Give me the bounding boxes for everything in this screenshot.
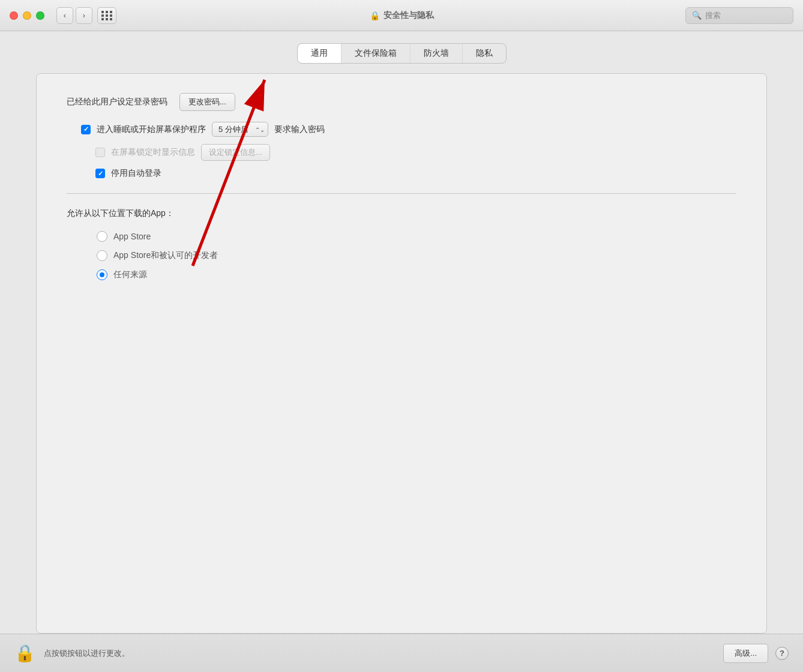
set-lock-info-button[interactable]: 设定锁定信息...: [201, 144, 270, 161]
autologin-option-row: 停用自动登录: [95, 168, 736, 179]
sleep-dropdown-wrapper: 立即 5 秒后 1 分钟后 5 分钟后 15 分钟后 1 小时后: [212, 122, 268, 137]
radio-appstore-btn[interactable]: [97, 231, 107, 242]
tabs-row: 通用 文件保险箱 防火墙 隐私: [36, 43, 767, 64]
password-row: 已经给此用户设定登录密码 更改密码...: [67, 93, 736, 111]
back-button[interactable]: ‹: [56, 7, 73, 24]
require-password-label: 要求输入密码: [274, 124, 325, 135]
nav-buttons: ‹ ›: [56, 7, 92, 24]
bottom-text: 点按锁按钮以进行更改。: [44, 648, 723, 659]
radio-appstore-label: App Store: [113, 232, 151, 241]
titlebar: ‹ › 🔒 安全性与隐私 🔍 搜索: [0, 0, 803, 31]
autologin-label: 停用自动登录: [111, 168, 161, 179]
password-label: 已经给此用户设定登录密码: [67, 97, 167, 107]
minimize-button[interactable]: [23, 11, 31, 20]
search-placeholder: 搜索: [705, 10, 721, 21]
titlebar-center: 🔒 安全性与隐私: [370, 10, 434, 21]
password-section: 已经给此用户设定登录密码 更改密码... 进入睡眠或开始屏幕保护程序 立即 5 …: [67, 93, 736, 179]
sleep-dropdown[interactable]: 立即 5 秒后 1 分钟后 5 分钟后 15 分钟后 1 小时后: [212, 122, 268, 137]
bottom-bar: 🔒 点按锁按钮以进行更改。 高级... ?: [0, 634, 803, 672]
tab-filevault[interactable]: 文件保险箱: [341, 44, 410, 63]
main-content: 通用 文件保险箱 防火墙 隐私 已经给此用户设定登录密码 更改密码...: [0, 31, 803, 634]
radio-appstore-dev[interactable]: App Store和被认可的开发者: [97, 250, 736, 261]
sleep-checkbox[interactable]: [81, 125, 91, 134]
download-section: 允许从以下位置下载的App： App Store App Store和被认可的开…: [67, 208, 736, 280]
forward-button[interactable]: ›: [76, 7, 92, 24]
maximize-button[interactable]: [36, 11, 44, 20]
tab-firewall[interactable]: 防火墙: [411, 44, 462, 63]
radio-group: App Store App Store和被认可的开发者 任何来源: [97, 231, 736, 280]
radio-anywhere[interactable]: 任何来源: [97, 269, 736, 280]
show-message-label: 在屏幕锁定时显示信息: [111, 147, 195, 158]
autologin-checkbox[interactable]: [95, 169, 105, 178]
search-bar[interactable]: 🔍 搜索: [685, 7, 793, 24]
radio-anywhere-btn[interactable]: [97, 269, 107, 280]
download-label: 允许从以下位置下载的App：: [67, 208, 736, 219]
show-message-option-row: 在屏幕锁定时显示信息 设定锁定信息...: [95, 144, 736, 161]
radio-appstore-dev-btn[interactable]: [97, 250, 107, 261]
show-message-checkbox[interactable]: [95, 148, 105, 157]
help-button[interactable]: ?: [775, 647, 789, 660]
section-divider: [67, 193, 736, 194]
lock-icon-bottom: 🔒: [14, 643, 35, 663]
titlebar-title: 安全性与隐私: [383, 10, 434, 21]
close-button[interactable]: [10, 11, 18, 20]
radio-appstore-dev-label: App Store和被认可的开发者: [113, 250, 218, 261]
sleep-option-label: 进入睡眠或开始屏幕保护程序: [97, 124, 206, 135]
tabs-container: 通用 文件保险箱 防火墙 隐私: [297, 43, 507, 64]
radio-appstore[interactable]: App Store: [97, 231, 736, 242]
grid-icon: [101, 11, 113, 20]
search-icon: 🔍: [692, 11, 702, 20]
change-password-button[interactable]: 更改密码...: [179, 93, 235, 111]
grid-button[interactable]: [97, 7, 116, 24]
settings-panel: 已经给此用户设定登录密码 更改密码... 进入睡眠或开始屏幕保护程序 立即 5 …: [36, 73, 767, 634]
advanced-button[interactable]: 高级...: [723, 644, 768, 663]
lock-title-icon: 🔒: [370, 11, 380, 20]
tab-privacy[interactable]: 隐私: [463, 44, 506, 63]
radio-anywhere-label: 任何来源: [113, 269, 147, 280]
traffic-lights: [10, 11, 44, 20]
tab-general[interactable]: 通用: [298, 44, 341, 63]
sleep-option-row: 进入睡眠或开始屏幕保护程序 立即 5 秒后 1 分钟后 5 分钟后 15 分钟后…: [81, 122, 736, 137]
